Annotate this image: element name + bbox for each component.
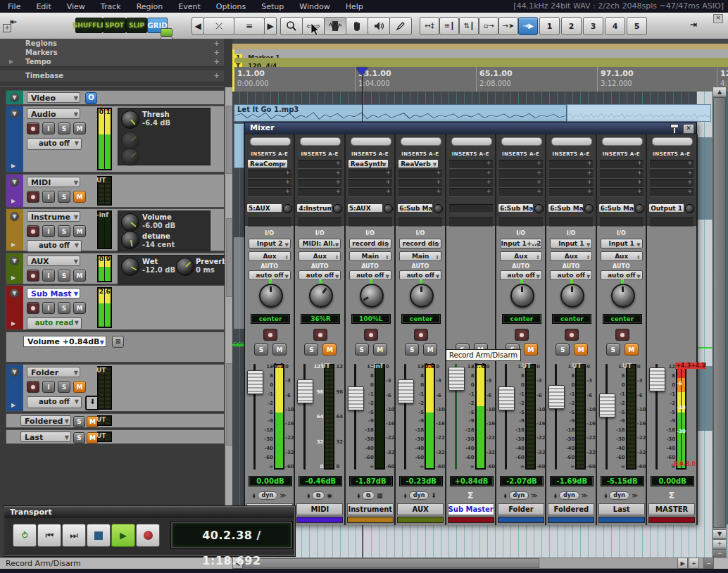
- mode-slip-button[interactable]: SLIP: [126, 18, 147, 33]
- spinner-icon[interactable]: ▲▼: [554, 493, 557, 498]
- transport-position-display[interactable]: 40.2.38 / 1:18.692: [171, 522, 292, 548]
- insert-slot-empty[interactable]: +: [600, 160, 644, 169]
- nudge-right-button[interactable]: ▶: [264, 17, 277, 35]
- send-target-button[interactable]: 6:Sub Mast: [498, 203, 534, 213]
- expand-icon[interactable]: ▶: [11, 198, 15, 204]
- volume-fader[interactable]: [348, 386, 364, 410]
- volume-readout[interactable]: 0.00dB: [249, 476, 292, 486]
- send-slot-empty[interactable]: [398, 218, 442, 227]
- send-level-knob[interactable]: [635, 204, 644, 213]
- hscroll-thumb[interactable]: [244, 558, 539, 568]
- wet-knob[interactable]: [121, 258, 139, 276]
- fx-chain-icon[interactable]: ≫: [582, 492, 588, 499]
- output-dropdown[interactable]: Main↕: [349, 251, 391, 261]
- output-dropdown[interactable]: Aux↕: [249, 251, 291, 261]
- strip-top-button[interactable]: [551, 137, 592, 146]
- pan-knob[interactable]: [410, 284, 434, 308]
- send-slot-empty[interactable]: [650, 218, 694, 227]
- markers-add-icon[interactable]: +: [214, 48, 220, 57]
- solo-button[interactable]: S: [58, 302, 70, 314]
- send-slot-empty[interactable]: [298, 218, 341, 227]
- solo-button[interactable]: S: [405, 344, 419, 355]
- track-video[interactable]: ▼ Video▼ O: [6, 90, 225, 105]
- transport-window[interactable]: Transport ⥁ ⏮ ⏭ ▶ 40.2.38 / 1:18.692: [4, 506, 295, 556]
- mute-button[interactable]: M: [73, 191, 86, 203]
- detune-knob[interactable]: [121, 231, 139, 249]
- solo-button[interactable]: S: [355, 344, 369, 355]
- automation-mode-dropdown[interactable]: auto off▼: [601, 270, 643, 280]
- insert-slot-empty[interactable]: +: [449, 179, 493, 188]
- regions-add-icon[interactable]: +: [214, 39, 220, 48]
- send-level-knob[interactable]: [534, 204, 544, 213]
- track-midi[interactable]: ▼▶ MIDI▼ I S M UT: [6, 174, 225, 208]
- track-folder-name[interactable]: Folder▼: [27, 367, 80, 377]
- strip-top-button[interactable]: [351, 137, 391, 146]
- insert-slot-empty[interactable]: +: [549, 188, 593, 197]
- input-dropdown[interactable]: Input 1▼: [550, 239, 592, 248]
- auto-crossfade-toggle[interactable]: ⇅┃: [459, 17, 479, 35]
- media-item-fragment[interactable]: [697, 366, 713, 431]
- automation-mode-dropdown[interactable]: auto read▼: [27, 317, 82, 329]
- output-dropdown[interactable]: Aux↕: [500, 251, 542, 261]
- metronome-on-toggle[interactable]: [161, 28, 172, 37]
- stop-button[interactable]: [87, 524, 111, 547]
- send-slot-empty[interactable]: [499, 218, 543, 227]
- track-submaster-name[interactable]: Sub Mast▼: [27, 288, 80, 298]
- scroll-up-icon[interactable]: ▲: [713, 87, 727, 96]
- mute-button[interactable]: M: [73, 122, 86, 134]
- record-button[interactable]: [136, 524, 160, 547]
- menu-options[interactable]: Options: [208, 2, 253, 11]
- envelope-selector-dropdown[interactable]: Volume +0.84dB ▼: [23, 336, 106, 347]
- media-item-fragment[interactable]: [234, 123, 244, 168]
- zoom-tool-button[interactable]: [280, 17, 303, 35]
- record-arm-button[interactable]: [364, 329, 378, 341]
- record-arm-button[interactable]: [27, 270, 39, 282]
- mode-spot-button[interactable]: SPOT: [103, 18, 126, 33]
- volume-fader[interactable]: [448, 367, 465, 391]
- track-audio-name[interactable]: Audio▼: [27, 108, 80, 119]
- strip-top-button[interactable]: [401, 137, 441, 146]
- screenset-3-button[interactable]: 3: [583, 17, 603, 35]
- menu-file[interactable]: File: [0, 2, 28, 11]
- spinner-icon[interactable]: ▲▼: [504, 493, 507, 498]
- send-slot-empty[interactable]: [600, 218, 644, 227]
- item-edit-tool-button[interactable]: [324, 17, 346, 35]
- vscroll-thumb[interactable]: [713, 97, 726, 528]
- edit-cursor-handle[interactable]: [356, 68, 368, 75]
- send-target-button[interactable]: Output 1 /: [648, 203, 684, 213]
- envelope-lane[interactable]: Volume +0.84dB ▼ ⊠: [6, 332, 225, 363]
- track-last[interactable]: Last▼ S M UT: [6, 429, 225, 444]
- record-arm-button[interactable]: [313, 329, 327, 341]
- volume-readout[interactable]: -1.87dB: [349, 476, 393, 486]
- mixer-strip-aux[interactable]: INSERTS A-EReaVerb▼+++6:Sub MastI/Orecor…: [396, 134, 446, 525]
- insert-slot-empty[interactable]: +: [499, 170, 543, 179]
- mute-button[interactable]: M: [524, 344, 538, 355]
- volume-fader[interactable]: [297, 379, 313, 403]
- spinner-icon[interactable]: ▲▼: [604, 493, 607, 498]
- track-aux-fx-panel[interactable]: Wet -12.0 dB Preverb 0 ms: [118, 255, 228, 284]
- repeat-button[interactable]: ⥁: [13, 524, 37, 547]
- track-last-name[interactable]: Last▼: [20, 432, 71, 442]
- tempo-add-icon[interactable]: +: [214, 57, 220, 66]
- strip-name[interactable]: Instrument: [347, 503, 394, 515]
- spinner-icon[interactable]: ▲▼: [307, 493, 310, 498]
- mixer-strip-last[interactable]: INSERTS A-E++++6:Sub MastI/OInput 1▼Aux↕…: [597, 134, 647, 525]
- strip-top-button[interactable]: [451, 137, 492, 146]
- input-monitor-button[interactable]: I: [42, 270, 55, 282]
- automation-mode-dropdown[interactable]: auto off▼: [399, 270, 441, 280]
- strip-name[interactable]: MASTER: [648, 503, 695, 515]
- item-insertion-toggle[interactable]: ⇥▶: [518, 17, 538, 35]
- volume-readout[interactable]: 0.00dB: [651, 476, 694, 486]
- transport-titlebar[interactable]: Transport: [4, 507, 294, 518]
- track-audio[interactable]: ▼▶ Audio▼ I S M auto off▼ -0.1 Thresh -6…: [6, 106, 225, 172]
- toolbar-close-icon[interactable]: ✕: [713, 14, 723, 23]
- track-submaster[interactable]: ▼▶ Sub Mast▼ I S M auto read▼ -2.6: [6, 285, 225, 330]
- volume-readout[interactable]: -1.69dB: [550, 476, 594, 486]
- pan-knob[interactable]: [309, 284, 333, 308]
- audition-tool-button[interactable]: [368, 17, 390, 35]
- scroll-right-icon[interactable]: ▶: [677, 558, 688, 569]
- mute-button[interactable]: M: [625, 344, 639, 355]
- piano-icon[interactable]: ▦: [377, 492, 383, 499]
- scroll-down-icon[interactable]: ▼: [713, 529, 727, 539]
- insert-slot-empty[interactable]: +: [298, 188, 341, 197]
